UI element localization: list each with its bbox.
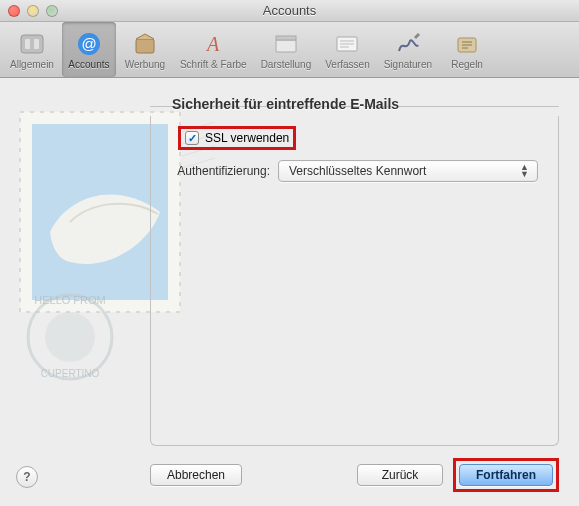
- content-area: HELLO FROM CUPERTINO Sicherheit für eint…: [0, 78, 579, 506]
- font-icon: A: [198, 30, 228, 58]
- cancel-label: Abbrechen: [167, 468, 225, 482]
- toolbar-item-werbung[interactable]: Werbung: [118, 22, 172, 77]
- window-title: Accounts: [0, 3, 579, 18]
- title-bar: Accounts: [0, 0, 579, 22]
- at-icon: @: [74, 30, 104, 58]
- continue-label: Fortfahren: [476, 468, 536, 482]
- section-title: Sicherheit für eintreffende E-Mails: [172, 96, 559, 112]
- rules-icon: [452, 30, 482, 58]
- svg-rect-8: [276, 36, 296, 40]
- svg-rect-12: [32, 124, 168, 300]
- toolbar-label: Allgemein: [10, 59, 54, 70]
- svg-rect-1: [25, 39, 30, 49]
- toolbar-label: Schrift & Farbe: [180, 59, 247, 70]
- cancel-button[interactable]: Abbrechen: [150, 464, 242, 486]
- settings-panel: Sicherheit für eintreffende E-Mails ✓ SS…: [150, 90, 559, 446]
- toolbar-label: Signaturen: [384, 59, 432, 70]
- toolbar-item-allgemein[interactable]: Allgemein: [4, 22, 60, 77]
- toolbar-item-accounts[interactable]: @ Accounts: [62, 22, 116, 77]
- toolbar-label: Darstellung: [261, 59, 312, 70]
- toolbar-label: Verfassen: [325, 59, 369, 70]
- back-label: Zurück: [382, 468, 419, 482]
- help-label: ?: [23, 470, 30, 484]
- toolbar-label: Werbung: [125, 59, 165, 70]
- ssl-label: SSL verwenden: [205, 131, 289, 145]
- compose-icon: [332, 30, 362, 58]
- svg-text:A: A: [205, 33, 220, 55]
- junk-icon: [130, 30, 160, 58]
- help-button[interactable]: ?: [16, 466, 38, 488]
- auth-value: Verschlüsseltes Kennwort: [289, 164, 426, 178]
- svg-rect-5: [136, 39, 154, 53]
- select-arrows-icon: ▲▼: [520, 164, 529, 178]
- svg-text:CUPERTINO: CUPERTINO: [41, 368, 100, 379]
- switch-icon: [17, 30, 47, 58]
- auth-label: Authentifizierung:: [150, 164, 270, 178]
- toolbar-label: Accounts: [68, 59, 109, 70]
- svg-point-13: [28, 295, 112, 379]
- preferences-toolbar: Allgemein @ Accounts Werbung A Schrift &…: [0, 22, 579, 78]
- ssl-highlight: ✓ SSL verwenden: [178, 126, 296, 150]
- ssl-checkbox[interactable]: ✓: [185, 131, 199, 145]
- toolbar-item-signaturen[interactable]: Signaturen: [378, 22, 438, 77]
- svg-rect-2: [34, 39, 39, 49]
- continue-button[interactable]: Fortfahren: [459, 464, 553, 486]
- toolbar-item-schrift-farbe[interactable]: A Schrift & Farbe: [174, 22, 253, 77]
- button-bar: Abbrechen Zurück Fortfahren: [150, 458, 559, 492]
- toolbar-label: Regeln: [451, 59, 483, 70]
- back-button[interactable]: Zurück: [357, 464, 443, 486]
- auth-select[interactable]: Verschlüsseltes Kennwort ▲▼: [278, 160, 538, 182]
- toolbar-item-verfassen[interactable]: Verfassen: [319, 22, 375, 77]
- ssl-checkbox-row[interactable]: ✓ SSL verwenden: [181, 129, 293, 147]
- signature-icon: [393, 30, 423, 58]
- svg-rect-0: [21, 35, 43, 53]
- viewing-icon: [271, 30, 301, 58]
- svg-text:@: @: [81, 35, 96, 52]
- svg-rect-7: [276, 40, 296, 52]
- svg-text:HELLO FROM: HELLO FROM: [34, 294, 106, 306]
- continue-highlight: Fortfahren: [453, 458, 559, 492]
- toolbar-item-darstellung[interactable]: Darstellung: [255, 22, 318, 77]
- toolbar-item-regeln[interactable]: Regeln: [440, 22, 494, 77]
